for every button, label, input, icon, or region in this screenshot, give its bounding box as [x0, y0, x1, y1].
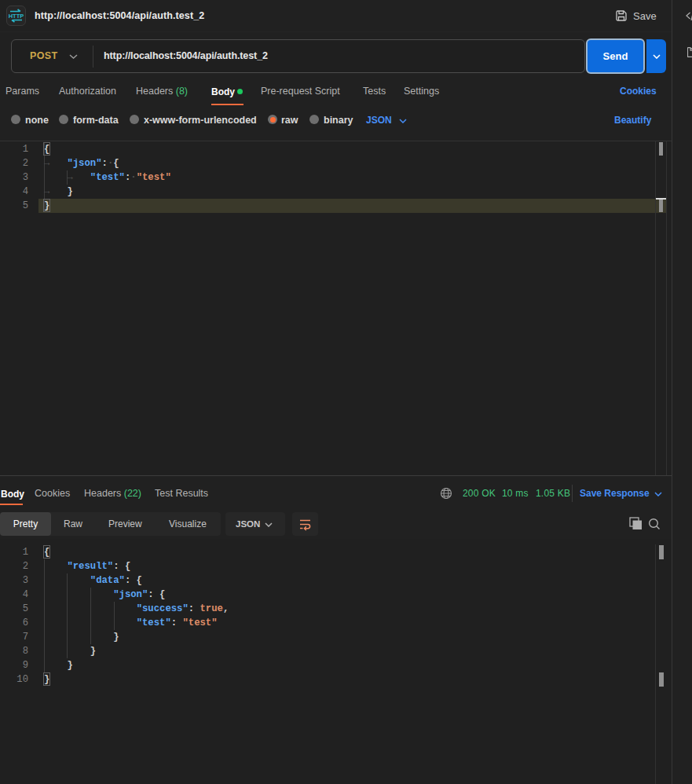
svg-text:HTTP: HTTP: [9, 13, 24, 20]
